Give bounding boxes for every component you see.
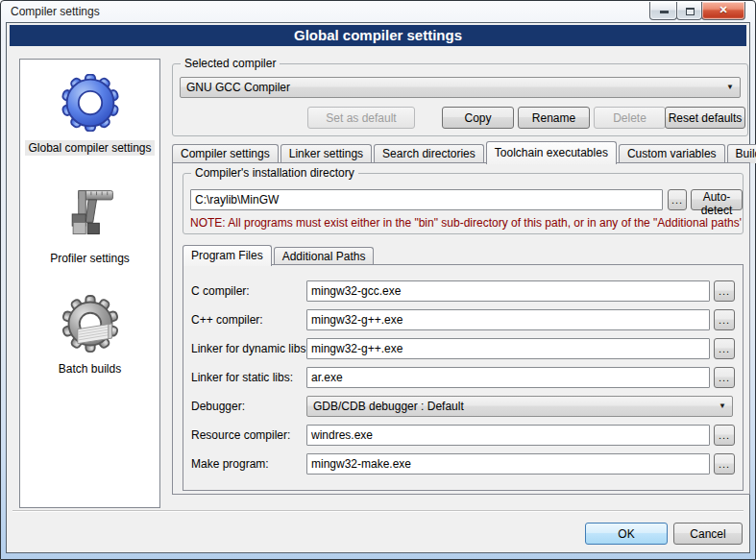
field-label: Make program: (191, 453, 269, 475)
installation-directory-input[interactable] (190, 189, 663, 210)
tab-toolchain-executables[interactable]: Toolchain executables (486, 141, 617, 164)
maximize-icon (686, 8, 695, 15)
browse-directory-button[interactable]: ... (668, 189, 687, 210)
settings-tab-bar: Compiler settings Linker settings Search… (172, 140, 752, 163)
field-label: Resource compiler: (191, 425, 290, 446)
field-label: Linker for static libs: (191, 367, 293, 388)
field-row-debugger: Debugger: GDB/CDB debugger : Default ▼ (183, 396, 743, 417)
field-row-dynamic-linker: Linker for dynamic libs: ... (183, 338, 743, 359)
browse-make-program-button[interactable]: ... (714, 453, 735, 475)
titlebar[interactable]: Compiler settings ✕ (2, 2, 754, 22)
debugger-select[interactable]: GDB/CDB debugger : Default ▼ (306, 396, 733, 417)
caliper-icon (61, 184, 118, 242)
browse-static-linker-button[interactable]: ... (714, 367, 735, 388)
installation-directory-group: Compiler's installation directory ... Au… (183, 173, 744, 234)
footer-divider (12, 510, 744, 512)
close-button[interactable]: ✕ (701, 2, 745, 20)
tab-linker-settings[interactable]: Linker settings (280, 144, 372, 163)
close-icon: ✕ (702, 4, 744, 16)
selected-compiler-group: Selected compiler GNU GCC Compiler ▼ Set… (172, 63, 748, 136)
auto-detect-button[interactable]: Auto-detect (691, 189, 743, 210)
subtab-program-files[interactable]: Program Files (183, 245, 272, 266)
maximize-button[interactable] (676, 2, 702, 20)
set-as-default-button[interactable]: Set as default (307, 107, 415, 129)
static-linker-input[interactable] (306, 367, 710, 388)
reset-defaults-button[interactable]: Reset defaults (665, 107, 745, 129)
sidebar-item-global-compiler-settings[interactable]: Global compiler settings (25, 74, 154, 156)
field-row-make-program: Make program: ... (183, 453, 743, 475)
field-row-c-compiler: C compiler: ... (183, 280, 743, 302)
minimize-button[interactable] (649, 2, 677, 20)
subtab-additional-paths[interactable]: Additional Paths (274, 247, 375, 265)
c-compiler-input[interactable] (306, 280, 710, 302)
browse-resource-compiler-button[interactable]: ... (714, 425, 735, 446)
browse-dynamic-linker-button[interactable]: ... (714, 338, 735, 359)
tab-custom-variables[interactable]: Custom variables (619, 144, 725, 163)
window-controls: ✕ (650, 2, 745, 20)
selected-compiler-group-label: Selected compiler (181, 57, 280, 70)
sidebar-item-label: Global compiler settings (25, 140, 154, 156)
toolchain-executables-panel: Compiler's installation directory ... Au… (172, 162, 750, 495)
copy-button[interactable]: Copy (442, 107, 514, 129)
install-note-text: NOTE: All programs must exist either in … (190, 216, 742, 230)
page-title: Global compiler settings (10, 25, 746, 46)
cpp-compiler-input[interactable] (306, 309, 710, 330)
field-row-resource-compiler: Resource compiler: ... (183, 425, 743, 446)
minimize-icon (660, 11, 669, 13)
chevron-down-icon: ▼ (719, 397, 726, 416)
resource-compiler-input[interactable] (306, 425, 710, 446)
program-subtab-bar: Program Files Additional Paths (183, 244, 376, 265)
field-row-static-linker: Linker for static libs: ... (183, 367, 743, 388)
compiler-select[interactable]: GNU GCC Compiler ▼ (180, 77, 741, 98)
debugger-select-value: GDB/CDB debugger : Default (313, 400, 464, 413)
browse-c-compiler-button[interactable]: ... (714, 280, 735, 302)
installation-directory-group-label: Compiler's installation directory (191, 166, 358, 180)
tab-build-options[interactable]: Build options (727, 144, 756, 163)
blue-gear-icon (61, 74, 119, 132)
settings-category-list: Global compiler settings (19, 59, 160, 508)
gray-gear-stack-icon (61, 295, 119, 353)
sidebar-item-profiler-settings[interactable]: Profiler settings (47, 184, 133, 266)
dynamic-linker-input[interactable] (306, 338, 710, 359)
chevron-down-icon: ▼ (726, 78, 734, 97)
browse-cpp-compiler-button[interactable]: ... (714, 309, 735, 330)
field-label: Debugger: (191, 396, 245, 417)
compiler-select-value: GNU GCC Compiler (186, 81, 290, 94)
cancel-button[interactable]: Cancel (673, 523, 743, 545)
compiler-settings-window: Compiler settings ✕ Global compiler sett… (0, 0, 756, 560)
ok-button[interactable]: OK (585, 523, 668, 545)
field-label: C compiler: (191, 280, 250, 302)
tab-search-directories[interactable]: Search directories (374, 144, 484, 163)
sidebar-item-label: Profiler settings (47, 251, 133, 266)
sidebar-item-label: Batch builds (56, 361, 124, 377)
program-files-panel: C compiler: ... C++ compiler: ... Linker… (183, 264, 744, 491)
make-program-input[interactable] (306, 453, 710, 475)
rename-button[interactable]: Rename (518, 107, 590, 129)
sidebar-item-batch-builds[interactable]: Batch builds (56, 295, 124, 377)
dialog-client-area: Global compiler settings (6, 22, 750, 553)
field-row-cpp-compiler: C++ compiler: ... (183, 309, 743, 330)
delete-button[interactable]: Delete (594, 107, 666, 129)
field-label: Linker for dynamic libs: (191, 338, 309, 359)
window-title: Compiler settings (11, 5, 100, 18)
field-label: C++ compiler: (191, 309, 263, 330)
tab-compiler-settings[interactable]: Compiler settings (172, 144, 279, 163)
